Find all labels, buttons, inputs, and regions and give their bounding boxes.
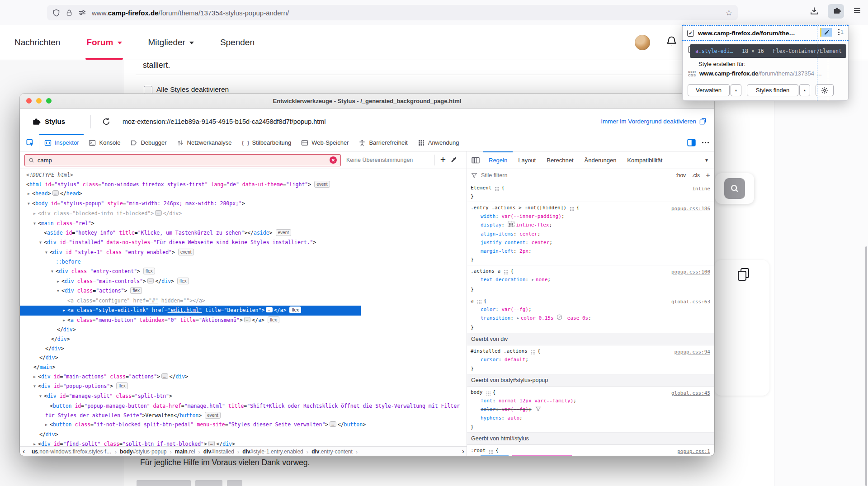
sidebar-tab-berechnet[interactable]: Berechnet — [541, 151, 579, 169]
expand-arrow-icon[interactable]: ▶ — [45, 420, 50, 430]
markup-token[interactable]: > — [240, 317, 243, 323]
rule-source-link[interactable]: global.css:45 — [671, 389, 710, 397]
markup-token[interactable]: = — [181, 403, 184, 409]
markup-token[interactable]: class — [71, 421, 90, 428]
markup-token[interactable]: "edit.html" — [168, 307, 202, 313]
markup-token[interactable]: "main-controls" — [96, 278, 143, 284]
markup-token[interactable]: > — [185, 373, 188, 380]
markup-token[interactable]: < — [67, 307, 71, 313]
markup-line[interactable]: ▶<div class="main-controls">…</div>flex — [20, 277, 467, 287]
markup-token[interactable]: head — [35, 190, 48, 197]
markup-token[interactable]: "manage-split" — [69, 393, 113, 399]
markup-token[interactable]: div — [41, 373, 51, 380]
markup-token[interactable]: "non-windows firefox styles-first" — [101, 181, 208, 188]
markup-token[interactable]: > — [157, 373, 160, 380]
class-toggle[interactable]: .cls — [692, 172, 700, 179]
markup-token[interactable]: > — [55, 431, 58, 438]
rule-selector[interactable]: body — [471, 389, 483, 395]
markup-token[interactable]: "stylus" — [54, 181, 79, 188]
css-declaration[interactable]: hyphens: auto; — [471, 414, 711, 422]
markup-token[interactable]: div — [63, 326, 73, 333]
property-name[interactable]: font — [481, 398, 493, 404]
bell-icon[interactable] — [665, 35, 678, 47]
css-declaration[interactable]: display: inline-flex; — [471, 221, 711, 229]
highlight-matches-icon[interactable] — [570, 207, 571, 208]
markup-token[interactable]: div — [170, 210, 179, 217]
property-name[interactable]: transition — [481, 315, 510, 321]
markup-token[interactable]: div — [41, 383, 51, 389]
meatball-menu-icon[interactable] — [702, 142, 709, 144]
markup-token[interactable]: "Styles dieser Seite verwalten" — [228, 421, 326, 428]
property-name[interactable]: hyphens — [481, 415, 501, 421]
markup-line[interactable]: ▶<div id="main-actions" class="actions">… — [20, 372, 467, 382]
markup-token[interactable]: hidden — [158, 297, 180, 304]
markup-token[interactable]: > — [232, 441, 235, 446]
markup-token[interactable]: id — [62, 249, 72, 255]
breadcrumb-item[interactable]: us.non-windows.firefox.styles-f… — [32, 448, 112, 455]
markup-token[interactable]: < — [38, 220, 41, 226]
tab-styleeditor[interactable]: { }Stilbearbeitung — [237, 134, 297, 151]
avatar[interactable] — [635, 35, 650, 50]
markup-token[interactable]: button — [53, 403, 72, 409]
expand-arrow-icon[interactable]: ▶ — [33, 373, 38, 382]
markup-token[interactable]: </ — [39, 431, 46, 438]
markup-token[interactable]: div — [161, 278, 171, 284]
rule-selector[interactable]: a — [471, 298, 474, 304]
markup-token[interactable]: = — [123, 200, 126, 207]
highlight-matches-icon[interactable] — [531, 350, 532, 351]
markup-line[interactable]: ▶<div id="find-split" class="split-btn i… — [20, 439, 467, 446]
markup-token[interactable]: "de" — [226, 181, 239, 188]
css-rule[interactable]: .entry .actions > :not([hidden]){popup.c… — [467, 202, 714, 265]
flex-badge[interactable]: flex — [268, 316, 279, 323]
event-badge[interactable]: event — [178, 249, 193, 255]
markup-token[interactable]: class — [74, 307, 93, 313]
markup-token[interactable]: class — [113, 393, 132, 399]
markup-line[interactable]: ▼<div id="style-1" class="entry enabled"… — [20, 248, 467, 258]
markup-token[interactable]: "configure" — [95, 297, 130, 304]
nav-item-forum[interactable]: Forum — [86, 25, 122, 60]
markup-token[interactable]: </ — [216, 441, 222, 446]
markup-token[interactable]: </ — [33, 364, 40, 370]
highlight-matches-icon[interactable] — [486, 392, 487, 392]
markup-token[interactable]: > — [283, 307, 287, 313]
markup-token[interactable]: </ — [163, 210, 170, 217]
find-styles-button[interactable]: Styles finden — [747, 84, 798, 96]
markup-token[interactable]: "Bearbeiten" — [224, 307, 261, 313]
markup-token[interactable]: < — [44, 230, 47, 236]
markup-token[interactable]: > — [143, 278, 146, 284]
css-declaration[interactable]: align-items: center; — [471, 230, 711, 238]
markup-token[interactable]: > — [198, 412, 202, 419]
markup-token[interactable]: "popup-manage-button" — [84, 403, 150, 409]
property-value[interactable]: center — [532, 240, 550, 245]
markup-token[interactable]: < — [26, 181, 29, 188]
split-pane-icon[interactable] — [687, 139, 696, 146]
url-text[interactable]: www.camp-firefox.de/forum/thema/137354-s… — [92, 9, 289, 17]
bezier-curve-icon[interactable] — [557, 314, 562, 320]
inline-ellipsis-badge[interactable]: … — [244, 317, 250, 322]
markup-token[interactable]: < — [32, 190, 35, 197]
markup-line[interactable]: ▶<head>…</head> — [20, 189, 467, 199]
markup-token[interactable]: a — [280, 307, 283, 313]
markup-token[interactable]: "#" — [149, 297, 158, 304]
markup-token[interactable]: ::before — [56, 259, 80, 265]
property-value[interactable]: ease 0s — [564, 315, 588, 321]
markup-token[interactable]: < — [50, 249, 53, 255]
filter-styles-input[interactable]: Stile filtern — [481, 172, 507, 179]
markup-token[interactable]: < — [61, 288, 65, 294]
css-declaration[interactable]: transition: ▶color 0.15s ease 0s; — [471, 314, 711, 323]
window-close-button[interactable] — [26, 98, 32, 104]
markup-token[interactable]: id — [71, 403, 81, 409]
inline-ellipsis-badge[interactable]: … — [330, 421, 336, 427]
rule-selector[interactable]: .entry .actions > :not([hidden]) — [471, 205, 566, 211]
page-scrollbar[interactable] — [865, 246, 867, 486]
markup-token[interactable]: a — [71, 307, 74, 313]
css-rule[interactable]: a{global.css:63color: var(--fg);transiti… — [467, 295, 714, 334]
markup-token[interactable]: id — [51, 383, 60, 389]
markup-token[interactable]: </ — [60, 190, 66, 197]
flex-badge[interactable]: flex — [116, 382, 128, 389]
markup-token[interactable]: div — [65, 288, 74, 294]
markup-token[interactable]: < — [50, 421, 53, 428]
markup-token[interactable]: > — [242, 200, 245, 207]
markup-token[interactable]: "Für diese Webseite sind keine Styles in… — [153, 239, 313, 245]
property-value[interactable]: var(--fg) — [501, 307, 528, 312]
